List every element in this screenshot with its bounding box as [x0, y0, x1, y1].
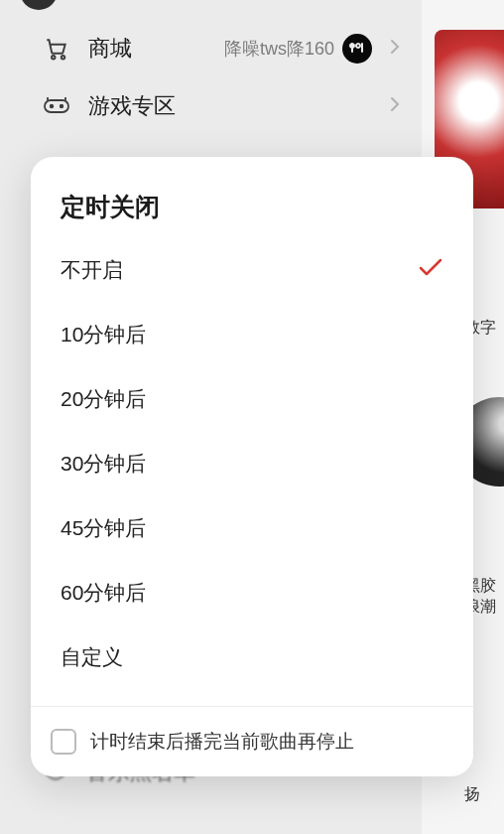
timer-option[interactable]: 30分钟后	[61, 431, 443, 495]
option-label: 10分钟后	[61, 321, 443, 348]
menu-subtext: 降噪tws降160	[224, 34, 372, 64]
finish-song-checkbox[interactable]	[51, 729, 76, 755]
svg-rect-2	[45, 100, 68, 112]
sleep-timer-modal: 定时关闭 不开启10分钟后20分钟后30分钟后45分钟后60分钟后自定义 计时结…	[31, 157, 473, 776]
menu-item-games[interactable]: 游戏专区	[0, 77, 422, 135]
option-label: 自定义	[61, 643, 443, 671]
menu-label: 商城	[88, 34, 206, 64]
footer-label: 计时结束后播完当前歌曲再停止	[90, 729, 354, 755]
option-label: 45分钟后	[61, 514, 443, 542]
side-caption: 扬	[464, 784, 504, 805]
svg-point-1	[62, 56, 64, 59]
timer-option[interactable]: 60分钟后	[61, 560, 443, 625]
option-label: 不开启	[61, 256, 418, 284]
timer-option[interactable]: 20分钟后	[61, 366, 443, 431]
timer-option[interactable]: 45分钟后	[61, 495, 443, 560]
timer-option[interactable]: 10分钟后	[61, 302, 443, 366]
modal-title: 定时关闭	[31, 157, 473, 237]
gamepad-icon	[43, 96, 70, 116]
check-icon	[418, 254, 443, 285]
earbud-icon	[342, 34, 372, 64]
option-label: 30分钟后	[61, 450, 443, 478]
modal-footer[interactable]: 计时结束后播完当前歌曲再停止	[31, 706, 473, 776]
timer-options-list: 不开启10分钟后20分钟后30分钟后45分钟后60分钟后自定义	[31, 237, 473, 706]
timer-option[interactable]: 不开启	[61, 237, 443, 302]
option-label: 60分钟后	[61, 579, 443, 607]
option-label: 20分钟后	[61, 385, 443, 413]
cart-icon	[43, 36, 70, 62]
menu-label: 游戏专区	[88, 91, 372, 121]
avatar	[20, 0, 58, 10]
svg-point-4	[61, 105, 63, 108]
menu-item-mall[interactable]: 商城 降噪tws降160	[0, 20, 422, 77]
svg-point-3	[51, 105, 54, 108]
timer-option[interactable]: 自定义	[61, 625, 443, 689]
promo-text: 降噪tws降160	[224, 37, 334, 61]
chevron-right-icon	[390, 39, 400, 59]
svg-point-0	[52, 56, 55, 59]
chevron-right-icon	[390, 96, 400, 116]
